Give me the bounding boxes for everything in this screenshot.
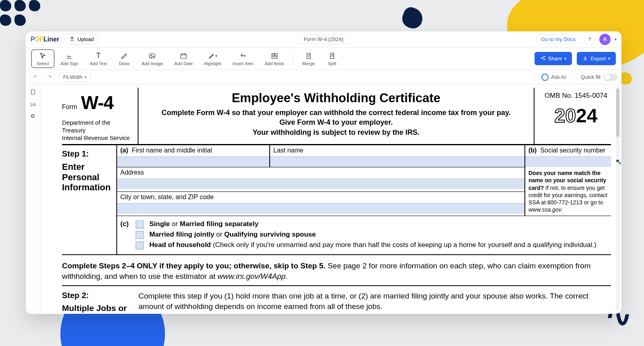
avatar[interactable]: A bbox=[599, 34, 611, 45]
upload-label: Upload bbox=[77, 36, 94, 42]
tool-highlight[interactable]: ▾ Highlight bbox=[199, 49, 226, 68]
download-icon bbox=[582, 55, 588, 62]
svg-point-1 bbox=[151, 55, 152, 56]
tool-split[interactable]: Split bbox=[321, 50, 343, 68]
image-icon bbox=[149, 51, 156, 60]
split-icon bbox=[328, 51, 336, 60]
subbar-divider bbox=[573, 73, 574, 82]
city-field[interactable] bbox=[117, 203, 524, 214]
form-label: Form bbox=[62, 103, 77, 111]
chevron-down-icon: ▾ bbox=[564, 56, 566, 61]
upload-button[interactable]: Upload bbox=[65, 34, 98, 45]
checkbox-single[interactable] bbox=[136, 220, 144, 229]
help-button[interactable]: ? bbox=[584, 34, 595, 45]
toolbar-divider bbox=[293, 51, 293, 66]
export-button[interactable]: Export ▾ bbox=[577, 52, 616, 65]
last-name-field[interactable] bbox=[270, 157, 524, 167]
svg-rect-3 bbox=[272, 54, 274, 56]
tool-insert-item[interactable]: + ▾ Insert Item bbox=[228, 49, 258, 68]
form-code: W-4 bbox=[81, 92, 113, 113]
scrollbar-thumb[interactable] bbox=[616, 89, 619, 137]
tool-add-text[interactable]: T Add Text bbox=[85, 49, 112, 68]
tool-add-fields[interactable]: Add fields bbox=[260, 49, 289, 68]
chevron-down-icon: ▾ bbox=[608, 56, 610, 61]
canvas[interactable]: Form W-4 Department of the Treasury Inte… bbox=[40, 84, 621, 314]
chevron-down-icon: ▾ bbox=[85, 75, 87, 79]
page-indicator: 1/4 bbox=[30, 103, 36, 107]
decor-splash-yellow-dot bbox=[620, 72, 632, 84]
svg-rect-2 bbox=[181, 54, 186, 58]
redo-button[interactable]: ↷ bbox=[44, 72, 55, 82]
ai-icon bbox=[541, 74, 549, 81]
highlighter-icon: ▾ bbox=[208, 51, 217, 60]
upload-icon bbox=[69, 36, 75, 43]
form-sub2: Give Form W-4 to your employer. bbox=[144, 117, 528, 127]
address-field[interactable] bbox=[117, 179, 524, 189]
subbar-divider bbox=[534, 73, 534, 82]
zoom-select[interactable]: Fit Width ▾ bbox=[59, 72, 91, 82]
merge-icon bbox=[305, 51, 312, 60]
tool-add-date[interactable]: Add Date bbox=[169, 49, 198, 68]
mouse-cursor-icon: ↖ bbox=[615, 157, 621, 167]
tool-merge[interactable]: Merge bbox=[297, 50, 320, 68]
dept-irs: Internal Revenue Service bbox=[62, 134, 135, 142]
account-menu-chevron-icon[interactable]: ▾ bbox=[615, 37, 617, 41]
document-page: Form W-4 Department of the Treasury Inte… bbox=[62, 88, 611, 314]
topbar: PDFLiner Upload Form W-4 (2024) Go to my… bbox=[26, 31, 621, 47]
ask-ai-button[interactable]: Ask AI bbox=[541, 74, 566, 81]
label-first-name: First name and middle initial bbox=[132, 147, 212, 154]
toolbar: Select Add Sign T Add Text Draw Add Imag… bbox=[26, 47, 621, 70]
calendar-icon bbox=[180, 51, 187, 60]
dept-treasury: Department of the Treasury bbox=[62, 119, 135, 134]
undo-button[interactable]: ↶ bbox=[30, 72, 40, 82]
text-icon: T bbox=[96, 51, 101, 60]
left-rail: 1/4 ⚙ bbox=[26, 84, 40, 314]
form-year: 2024 bbox=[541, 105, 611, 127]
instructions-steps-2-4: Complete Steps 2–4 ONLY if they apply to… bbox=[62, 255, 611, 286]
step1-title: Enter Personal Information bbox=[62, 162, 113, 192]
label-last-name: Last name bbox=[273, 147, 303, 154]
signature-icon bbox=[66, 51, 73, 60]
document-title[interactable]: Form W-4 (2024) bbox=[298, 34, 350, 44]
option-married-jointly: Married filing jointly or Qualifying sur… bbox=[149, 230, 316, 239]
tool-add-sign[interactable]: Add Sign bbox=[56, 49, 84, 68]
option-single: Single or Married filing separately bbox=[149, 220, 258, 229]
go-to-docs-button[interactable]: Go to my Docs bbox=[537, 34, 580, 44]
tool-draw[interactable]: Draw bbox=[114, 49, 135, 68]
vertical-scrollbar[interactable] bbox=[616, 87, 620, 311]
svg-point-6 bbox=[541, 58, 542, 58]
svg-rect-4 bbox=[275, 54, 277, 56]
share-icon bbox=[540, 55, 546, 62]
fields-icon bbox=[271, 51, 278, 60]
plus-icon: + ▾ bbox=[240, 51, 246, 60]
step2-title: Multiple Jobs or Spouse bbox=[62, 303, 134, 314]
svg-point-8 bbox=[544, 59, 545, 60]
checkbox-hoh[interactable] bbox=[136, 241, 144, 249]
form-sub1: Complete Form W-4 so that your employer … bbox=[144, 108, 528, 117]
step1-number: Step 1: bbox=[62, 149, 113, 159]
decor-navy-center bbox=[400, 5, 425, 31]
svg-point-7 bbox=[544, 56, 545, 57]
ssn-field[interactable] bbox=[525, 157, 611, 167]
form-sub3: Your withholding is subject to review by… bbox=[144, 128, 528, 137]
subbar: ↶ ↷ Fit Width ▾ Ask AI Quick fill bbox=[26, 70, 621, 84]
cursor-icon bbox=[39, 51, 46, 60]
first-name-field[interactable] bbox=[117, 157, 269, 167]
form-title: Employee's Withholding Certificate bbox=[144, 91, 528, 105]
omb-number: OMB No. 1545-0074 bbox=[541, 92, 611, 100]
step2-number: Step 2: bbox=[62, 291, 134, 300]
brand-logo[interactable]: PDFLiner bbox=[31, 36, 59, 43]
share-button[interactable]: Share ▾ bbox=[535, 52, 572, 65]
settings-icon[interactable]: ⚙ bbox=[30, 113, 35, 119]
app-window: PDFLiner Upload Form W-4 (2024) Go to my… bbox=[26, 31, 621, 314]
label-address: Address bbox=[120, 169, 144, 176]
page-thumbnail-icon[interactable] bbox=[30, 89, 36, 97]
tool-add-image[interactable]: Add Image bbox=[137, 49, 168, 68]
quickfill-toggle[interactable] bbox=[604, 74, 617, 81]
tool-select[interactable]: Select bbox=[31, 49, 54, 68]
pen-icon bbox=[121, 51, 128, 60]
ssn-hint: Does your name match the name on your so… bbox=[524, 167, 611, 216]
quickfill-control: Quick fill bbox=[581, 74, 617, 81]
checkbox-married-jointly[interactable] bbox=[136, 231, 144, 239]
svg-rect-0 bbox=[150, 54, 155, 58]
